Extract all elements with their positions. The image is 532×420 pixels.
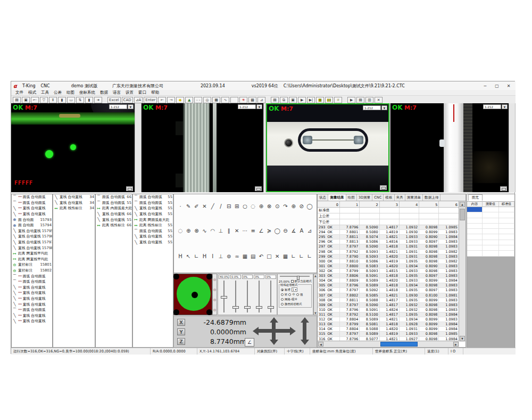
camera-splitter-4[interactable]	[509, 103, 516, 192]
axis-jog-button[interactable]: ∠	[245, 338, 254, 347]
clamp-button[interactable]: Ⅱ	[49, 97, 57, 103]
feature-list-item[interactable]: ╲直线自动直线55	[133, 234, 173, 240]
scroll-down-icon[interactable]: ▼	[314, 311, 317, 315]
print-button[interactable]: ▥	[365, 97, 373, 103]
table-row[interactable]: 310OK7.87968.50911.48241.09320.80981.098…	[318, 308, 459, 312]
light-slider[interactable]: 0%	[242, 274, 253, 315]
table-row[interactable]: 314OK7.88048.50881.48201.09310.80991.098…	[318, 327, 459, 332]
measure-tool-icon[interactable]: ≡	[250, 227, 256, 234]
menu-item-绘图[interactable]: 绘图	[66, 90, 74, 95]
table-row[interactable]: 298OK7.87928.50931.48211.09310.80981.098…	[318, 250, 459, 254]
scroll-up-icon[interactable]: ▲	[460, 202, 465, 207]
save3-button[interactable]: ▤	[356, 97, 364, 103]
feature-list-item[interactable]: ╲***直线自动直线	[12, 318, 52, 324]
feature-list-item[interactable]: ⌒***圆弧自动圆弧	[12, 307, 52, 313]
slider-thumb[interactable]	[244, 306, 251, 309]
menu-item-窗口[interactable]: 窗口	[138, 90, 146, 95]
feature-list-item[interactable]: ↦距离两圆弧最大距	[133, 217, 173, 223]
feature-list-item[interactable]: ╲直线自动直线34	[53, 194, 95, 200]
camera-range-dropdown[interactable]: 1-212	[238, 104, 256, 109]
feature-list-item[interactable]: ⌒圆弧自动圆弧55	[133, 228, 173, 234]
vertical-scroll-thumb[interactable]	[460, 209, 465, 220]
measure-tool-icon[interactable]: ↖	[185, 252, 192, 260]
menu-item-坐标系统[interactable]: 坐标系统	[79, 90, 95, 95]
excel-button[interactable]: Excel	[107, 97, 121, 103]
dropdown-arrow-icon[interactable]: ▼	[502, 104, 508, 109]
folder-button[interactable]: ▣	[289, 97, 297, 103]
measure-tool-icon[interactable]: ∟	[298, 252, 305, 260]
camera-range-dropdown[interactable]: 1-212	[109, 104, 127, 109]
probe-tool-button[interactable]: ⌐·	[31, 97, 39, 103]
light-slider[interactable]: 0%	[265, 274, 277, 315]
table-row[interactable]: 297OK7.87978.50901.48181.09310.80981.098…	[318, 244, 459, 249]
stop-button[interactable]: ■	[316, 97, 324, 103]
image-levels-button[interactable]: ▲	[185, 97, 193, 103]
table-row[interactable]: 301OK7.88008.50831.48201.09340.80901.098…	[318, 264, 459, 269]
table-row[interactable]: 315OK7.87978.50891.48191.09330.80981.098…	[318, 332, 459, 336]
dropdown-arrow-icon[interactable]: ▼	[128, 104, 134, 109]
feature-list-item[interactable]: ⌒***圆弧自动圆弧	[12, 200, 52, 206]
measure-tool-icon[interactable]: ⊟	[226, 202, 232, 210]
measure-tool-icon[interactable]: ∠	[258, 227, 264, 234]
menu-item-工具[interactable]: 工具	[41, 90, 49, 95]
measure-tool-icon[interactable]: ⊕	[185, 227, 192, 234]
tab-夹具[interactable]: 夹具	[395, 194, 405, 201]
feature-list-item[interactable]: ╲***直线自动直线	[12, 285, 52, 291]
arrow-left-button[interactable]: ←	[158, 97, 166, 103]
measure-tool-icon[interactable]: ▦	[242, 252, 248, 260]
camera-splitter-1[interactable]	[135, 103, 142, 192]
light-slider[interactable]: 40.0%	[218, 274, 230, 315]
feature-list-item[interactable]: ╲***直线自动直线	[12, 211, 52, 217]
light-bulb-button[interactable]: ◆	[176, 97, 184, 103]
menu-item-公差[interactable]: 公差	[54, 90, 62, 95]
measure-tool-icon[interactable]: I	[210, 252, 216, 260]
light-corner-dot[interactable]	[173, 274, 179, 279]
element-row[interactable]	[467, 245, 514, 251]
measure-tool-icon[interactable]: ◯	[306, 202, 313, 210]
table-row[interactable]: 304OK7.88098.50891.48201.09330.80991.098…	[318, 278, 459, 283]
measure-tool-icon[interactable]: ✎	[185, 202, 192, 210]
feature-list-item[interactable]: ╲直线自动直线55	[133, 205, 173, 211]
label-a-button[interactable]: ⊿A	[134, 97, 143, 103]
feature-list-item[interactable]: ╲***直线自动直线	[12, 296, 52, 302]
measure-tool-icon[interactable]: ◠	[210, 227, 216, 234]
measure-tool-icon[interactable]: ∟	[193, 252, 200, 260]
table-row[interactable]: 302OK7.87998.50931.48151.09330.80981.098…	[318, 269, 459, 274]
feature-list-item[interactable]: ⌒***圆弧自动圆弧	[12, 279, 52, 285]
measure-tool-icon[interactable]: ↷	[282, 202, 288, 210]
z-move-arrow[interactable]	[303, 322, 306, 341]
pan-left-arrowhead[interactable]	[253, 327, 259, 335]
checker-button[interactable]: ▦	[212, 97, 220, 103]
feature-list-item[interactable]: ╲直线自动直线15798	[12, 245, 52, 251]
table-row[interactable]: 293OK7.87968.50901.48171.09320.80981.098…	[318, 225, 459, 230]
light-center-dot[interactable]	[192, 292, 198, 298]
element-row[interactable]	[467, 251, 514, 256]
feature-list-item[interactable]: ⌒圆弧自动圆弧66	[96, 194, 132, 200]
measure-tool-icon[interactable]: H	[177, 252, 184, 260]
measure-tool-icon[interactable]: ╱	[210, 202, 216, 210]
menu-item-帮助[interactable]: 帮助	[151, 90, 159, 95]
table-row[interactable]: 303OK7.88068.50911.48181.09350.80971.098…	[318, 274, 459, 278]
measure-tool-icon[interactable]: ✕	[274, 252, 280, 260]
save-button[interactable]: ▤	[13, 97, 21, 103]
feature-list-item[interactable]: ↔距离线性标注34	[53, 205, 95, 211]
measure-tool-icon[interactable]: ⊗	[266, 202, 272, 210]
ring-light-icon[interactable]: ◎	[213, 287, 216, 291]
measure-tool-icon[interactable]: ∥	[226, 227, 232, 234]
shield-button[interactable]: ▽	[40, 97, 48, 103]
zoom-slider-thumb[interactable]	[297, 276, 300, 280]
move-right-button[interactable]: ➜	[94, 97, 102, 103]
blank-button[interactable]	[230, 97, 238, 103]
measure-tool-icon[interactable]: ↶	[258, 252, 264, 260]
measure-tool-icon[interactable]: ⊕	[258, 202, 264, 210]
standard-combo[interactable]: 1 ▾	[292, 287, 297, 292]
slider-thumb[interactable]	[256, 306, 262, 309]
menu-item-语言[interactable]: 语言	[113, 90, 121, 95]
feature-list-item[interactable]: ↦距离内圆弧最大距	[96, 205, 132, 211]
ring-light-icon[interactable]: ◎	[213, 298, 216, 301]
pan-down-arrowhead[interactable]	[270, 340, 278, 345]
feature-list-item[interactable]: ╲直线自动直线15797	[12, 240, 52, 245]
save2-button[interactable]: ▤	[271, 97, 279, 103]
dither-button[interactable]: ▩	[248, 97, 256, 103]
tab-测量结果[interactable]: 测量结果	[328, 194, 346, 201]
